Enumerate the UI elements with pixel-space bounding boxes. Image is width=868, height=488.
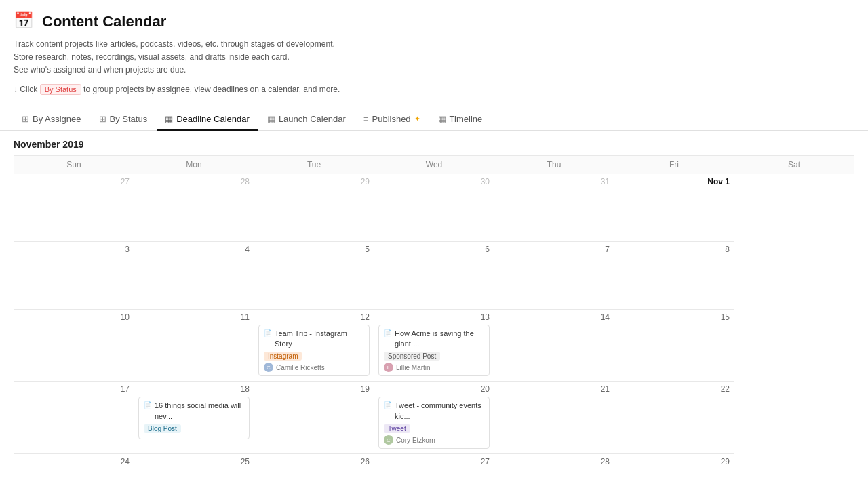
calendar-day[interactable]: 18📄16 things social media will nev...Blo…	[134, 382, 254, 454]
page-description: Track content projects like articles, po…	[14, 38, 854, 77]
calendar-day[interactable]: 28	[134, 174, 254, 241]
calendar-day[interactable]: 6	[374, 241, 494, 309]
calendar-day[interactable]: 8	[614, 241, 734, 309]
calendar-day[interactable]: 27	[374, 454, 494, 488]
tab-status-icon: ⊞	[99, 114, 106, 124]
calendar-week-2: 101112📄Team Trip - Instagram StoryInstag…	[14, 309, 854, 382]
page-header: 📅 Content Calendar Track content project…	[0, 0, 868, 108]
calendar-day[interactable]: 15	[614, 309, 734, 382]
calendar-week-1: 345678	[14, 241, 854, 309]
month-title: November 2019	[14, 139, 84, 150]
tab-deadline-calendar-label: Deadline Calendar	[176, 114, 250, 124]
tab-deadline-calendar[interactable]: ▦ Deadline Calendar	[157, 108, 258, 131]
calendar-day[interactable]: 5	[254, 241, 374, 309]
tab-by-status[interactable]: ⊞ By Status	[91, 108, 156, 131]
day-number: 25	[138, 457, 250, 466]
card-doc-icon: 📄	[384, 329, 392, 337]
avatar: C	[264, 363, 273, 372]
calendar-day[interactable]: 10	[14, 309, 134, 382]
day-number: 18	[138, 384, 250, 394]
day-number: 7	[498, 245, 610, 254]
page-title: Content Calendar	[42, 13, 166, 30]
calendar-day[interactable]: 14	[494, 309, 614, 382]
day-headers-row: Sun Mon Tue Wed Thu Fri Sat	[14, 155, 854, 174]
header-fri: Fri	[614, 155, 734, 174]
calendar-day[interactable]: 26	[254, 454, 374, 488]
tab-launch-icon: ▦	[267, 114, 275, 124]
calendar-day[interactable]: 4	[134, 241, 254, 309]
tab-by-assignee[interactable]: ⊞ By Assignee	[14, 108, 90, 131]
calendar-day[interactable]: 29	[614, 454, 734, 488]
day-number: 12	[258, 312, 370, 322]
calendar-day[interactable]: 29	[254, 174, 374, 241]
day-number: 24	[18, 457, 130, 466]
day-number: 5	[258, 245, 370, 254]
calendar-day[interactable]: 11	[134, 309, 254, 382]
card-assignee: CCamille Ricketts	[264, 363, 364, 372]
hint-badge: By Status	[40, 84, 81, 95]
calendar-day[interactable]: 28	[494, 454, 614, 488]
calendar-day[interactable]: 3	[14, 241, 134, 309]
tab-timeline-label: Timeline	[450, 114, 483, 124]
calendar-day[interactable]: 13📄How Acme is saving the giant ...Spons…	[374, 309, 494, 382]
day-number: 30	[378, 177, 490, 186]
tab-published[interactable]: ≡ Published ✦	[355, 108, 429, 131]
day-number: 8	[618, 245, 730, 254]
tab-launch-calendar-label: Launch Calendar	[279, 114, 346, 124]
tab-timeline[interactable]: ▦ Timeline	[430, 108, 491, 131]
calendar-day[interactable]: 30	[374, 174, 494, 241]
calendar-day[interactable]: 31	[494, 174, 614, 241]
hint-suffix: to group projects by assignee, view dead…	[83, 85, 340, 94]
calendar-card[interactable]: 📄Team Trip - Instagram StoryInstagramCCa…	[258, 325, 370, 377]
calendar-table: Sun Mon Tue Wed Thu Fri Sat 2728293031No…	[14, 155, 854, 488]
calendar-day[interactable]: 24	[14, 454, 134, 488]
calendar-day[interactable]: 22	[614, 382, 734, 454]
avatar: L	[384, 363, 393, 372]
hint-prefix: ↓ Click	[14, 85, 37, 94]
tab-published-star: ✦	[414, 115, 420, 123]
day-number: 21	[498, 384, 610, 394]
tab-by-status-label: By Status	[110, 114, 148, 124]
card-assignee: LLillie Martin	[384, 363, 484, 372]
day-number: 26	[258, 457, 370, 466]
day-number: 27	[378, 457, 490, 466]
calendar-day[interactable]: 25	[134, 454, 254, 488]
calendar-day[interactable]: 7	[494, 241, 614, 309]
tab-launch-calendar[interactable]: ▦ Launch Calendar	[259, 108, 354, 131]
card-assignee: CCory Etzkorn	[384, 435, 484, 445]
calendar-day[interactable]: 20📄Tweet - community events kic...TweetC…	[374, 382, 494, 454]
day-number: 13	[378, 312, 490, 322]
card-tag: Tweet	[384, 424, 410, 433]
day-number: 29	[258, 177, 370, 186]
hint-row: ↓ Click By Status to group projects by a…	[14, 84, 854, 95]
card-doc-icon: 📄	[144, 401, 152, 409]
header-thu: Thu	[494, 155, 614, 174]
day-number: 11	[138, 312, 250, 322]
calendar-card[interactable]: 📄Tweet - community events kic...TweetCCo…	[378, 396, 490, 449]
calendar-day[interactable]: 27	[14, 174, 134, 241]
day-number: 31	[498, 177, 610, 186]
calendar-day[interactable]: Nov 1	[614, 174, 734, 241]
day-number: 28	[498, 457, 610, 466]
day-number: 6	[378, 245, 490, 254]
day-number: 14	[498, 312, 610, 322]
calendar-day[interactable]: 19	[254, 382, 374, 454]
card-tag: Instagram	[264, 352, 302, 361]
card-title-text: How Acme is saving the giant ...	[395, 329, 484, 350]
calendar-day[interactable]: 17	[14, 382, 134, 454]
tab-published-label: Published	[372, 114, 411, 124]
header-mon: Mon	[134, 155, 254, 174]
assignee-name: Lillie Martin	[396, 364, 431, 371]
tab-deadline-icon: ▦	[165, 114, 173, 124]
calendar-day[interactable]: 12📄Team Trip - Instagram StoryInstagramC…	[254, 309, 374, 382]
assignee-name: Camille Ricketts	[276, 364, 325, 371]
day-number: 17	[18, 384, 130, 394]
calendar-header: November 2019	[0, 131, 868, 155]
day-number: Nov 1	[618, 177, 730, 186]
card-doc-icon: 📄	[264, 329, 272, 337]
calendar-day[interactable]: 21	[494, 382, 614, 454]
calendar-card[interactable]: 📄16 things social media will nev...Blog …	[138, 396, 250, 439]
calendar-card[interactable]: 📄How Acme is saving the giant ...Sponsor…	[378, 325, 490, 377]
day-number: 29	[618, 457, 730, 466]
card-title-text: Team Trip - Instagram Story	[275, 329, 364, 350]
